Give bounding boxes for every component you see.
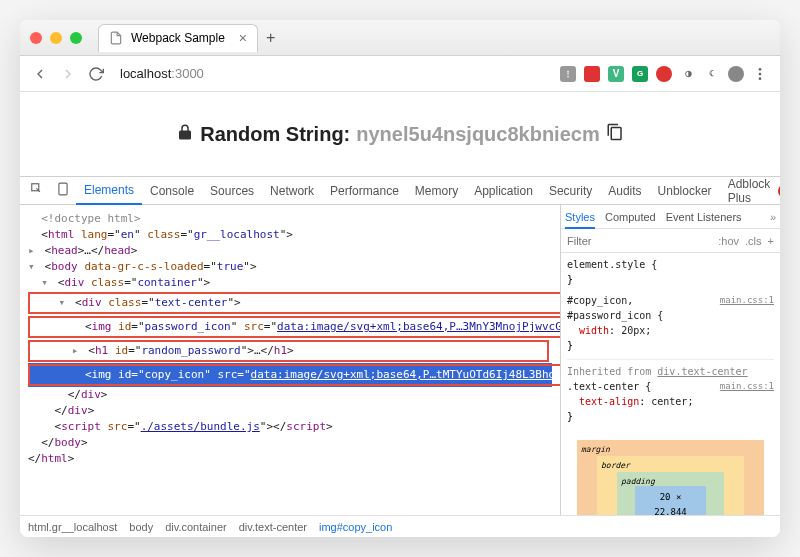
extension-icons: ⋮ V G ◑ ☾: [560, 66, 768, 82]
titlebar: Webpack Sample × +: [20, 20, 780, 56]
styles-filter-input[interactable]: [567, 235, 712, 247]
ext-icon[interactable]: ◑: [680, 66, 696, 82]
dom-line[interactable]: </div>: [28, 387, 552, 403]
inspect-element-icon[interactable]: [24, 182, 50, 199]
devtools-tabs: Elements Console Sources Network Perform…: [20, 177, 780, 205]
svg-point-1: [759, 72, 762, 75]
devtools-tab-elements[interactable]: Elements: [76, 177, 142, 205]
close-tab-icon[interactable]: ×: [239, 30, 247, 46]
devtools-tab-audits[interactable]: Audits: [600, 177, 649, 205]
ext-icon[interactable]: [584, 66, 600, 82]
add-rule-button[interactable]: +: [768, 235, 774, 247]
dom-line[interactable]: ▸ <head>…</head>: [28, 243, 552, 259]
url-host: localhost: [120, 66, 171, 81]
page-icon: [109, 31, 123, 45]
styles-tabs: Styles Computed Event Listeners »: [561, 205, 780, 229]
devtools-panel: Elements Console Sources Network Perform…: [20, 176, 780, 537]
maximize-window-button[interactable]: [70, 32, 82, 44]
minimize-window-button[interactable]: [50, 32, 62, 44]
breadcrumb-item[interactable]: img#copy_icon: [319, 521, 392, 533]
random-value: nynel5u4nsjquc8kbniecm: [356, 123, 599, 146]
dom-line[interactable]: ▾ <div class="text-center">: [28, 291, 552, 315]
traffic-lights: [30, 32, 82, 44]
close-window-button[interactable]: [30, 32, 42, 44]
breadcrumb-item[interactable]: div.text-center: [239, 521, 307, 533]
ext-icon[interactable]: ☾: [704, 66, 720, 82]
devtools-tab-performance[interactable]: Performance: [322, 177, 407, 205]
dom-line[interactable]: </div>: [28, 403, 552, 419]
breadcrumb-item[interactable]: html.gr__localhost: [28, 521, 117, 533]
devtools-tab-application[interactable]: Application: [466, 177, 541, 205]
breadcrumb-item[interactable]: body: [129, 521, 153, 533]
url-port: :3000: [171, 66, 204, 81]
navbar: localhost:3000 ⋮ V G ◑ ☾: [20, 56, 780, 92]
tab-title: Webpack Sample: [131, 31, 225, 45]
hov-toggle[interactable]: :hov: [718, 235, 739, 247]
forward-button[interactable]: [60, 66, 76, 82]
ext-icon[interactable]: G: [632, 66, 648, 82]
styles-panel: Styles Computed Event Listeners » :hov .…: [560, 205, 780, 515]
devtools-errors[interactable]: 1 ⋮ ×: [778, 184, 780, 198]
back-button[interactable]: [32, 66, 48, 82]
box-model-content: 20 × 22.844: [635, 486, 706, 515]
svg-point-2: [759, 77, 762, 80]
ext-icon-vue[interactable]: V: [608, 66, 624, 82]
dom-tree[interactable]: <!doctype html> <html lang="en" class="g…: [20, 205, 560, 515]
css-rule[interactable]: element.style {}: [567, 257, 774, 287]
browser-tab[interactable]: Webpack Sample ×: [98, 24, 258, 52]
devtools-main: <!doctype html> <html lang="en" class="g…: [20, 205, 780, 515]
devtools-tab-network[interactable]: Network: [262, 177, 322, 205]
styles-filter-row: :hov .cls +: [561, 229, 780, 253]
devtools-tab-sources[interactable]: Sources: [202, 177, 262, 205]
dom-line[interactable]: <script src="./assets/bundle.js"></scrip…: [28, 419, 552, 435]
menu-button[interactable]: [752, 66, 768, 82]
dom-line-selected[interactable]: <img id="copy_icon" src="data:image/svg+…: [28, 363, 552, 387]
styles-tab-events[interactable]: Event Listeners: [666, 211, 742, 223]
source-link[interactable]: main.css:1: [720, 379, 774, 394]
devtools-tab-memory[interactable]: Memory: [407, 177, 466, 205]
dom-line[interactable]: ▾ <body data-gr-c-s-loaded="true">: [28, 259, 552, 275]
avatar-icon[interactable]: [728, 66, 744, 82]
browser-window: Webpack Sample × + localhost:3000 ⋮ V G …: [20, 20, 780, 537]
new-tab-button[interactable]: +: [266, 29, 275, 47]
styles-body[interactable]: element.style {} main.css:1 #copy_icon, …: [561, 253, 780, 515]
devtools-tab-console[interactable]: Console: [142, 177, 202, 205]
styles-more-icon[interactable]: »: [770, 211, 776, 223]
css-rule[interactable]: main.css:1 #copy_icon, #password_icon { …: [567, 293, 774, 353]
page-content: Random String: nynel5u4nsjquc8kbniecm: [20, 92, 780, 176]
devtools-tab-unblocker[interactable]: Unblocker: [650, 177, 720, 205]
breadcrumbs: html.gr__localhost body div.container di…: [20, 515, 780, 537]
source-link[interactable]: main.css:1: [720, 293, 774, 308]
dom-line[interactable]: ▸ <h1 id="random_password">…</h1>: [28, 339, 552, 363]
devtools-tab-security[interactable]: Security: [541, 177, 600, 205]
lock-icon: [176, 123, 194, 146]
ext-icon[interactable]: ⋮: [560, 66, 576, 82]
svg-point-0: [759, 68, 762, 71]
copy-icon[interactable]: [606, 123, 624, 146]
breadcrumb-item[interactable]: div.container: [165, 521, 227, 533]
dom-line[interactable]: ▾ <div class="container">: [28, 275, 552, 291]
url-bar[interactable]: localhost:3000: [116, 66, 548, 81]
styles-tab-computed[interactable]: Computed: [605, 211, 656, 223]
heading-prefix: Random String:: [200, 123, 350, 146]
svg-rect-4: [59, 183, 67, 195]
css-rule[interactable]: main.css:1 .text-center { text-align: ce…: [567, 379, 774, 424]
box-model[interactable]: margin border padding 20 × 22.844: [567, 430, 774, 515]
reload-button[interactable]: [88, 66, 104, 82]
dom-line[interactable]: <html lang="en" class="gr__localhost">: [28, 227, 552, 243]
page-heading: Random String: nynel5u4nsjquc8kbniecm: [176, 123, 623, 146]
ext-icon-abp[interactable]: [656, 66, 672, 82]
dom-line[interactable]: <img id="password_icon" src="data:image/…: [28, 315, 552, 339]
dom-line[interactable]: <!doctype html>: [28, 211, 552, 227]
devtools-tab-adblock[interactable]: Adblock Plus: [720, 177, 779, 205]
styles-tab-styles[interactable]: Styles: [565, 211, 595, 229]
dom-line[interactable]: </body>: [28, 435, 552, 451]
error-count-badge: 1: [778, 184, 780, 198]
cls-toggle[interactable]: .cls: [745, 235, 762, 247]
inherited-label: Inherited from div.text-center: [567, 359, 774, 379]
device-toggle-icon[interactable]: [50, 182, 76, 199]
dom-line[interactable]: </html>: [28, 451, 552, 467]
